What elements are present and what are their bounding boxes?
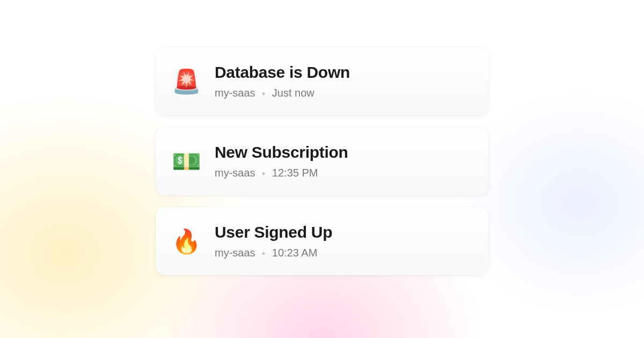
notification-card[interactable]: 🚨 Database is Down my-saas ● Just now (156, 47, 488, 115)
notification-content: User Signed Up my-saas ● 10:23 AM (215, 223, 470, 259)
notification-meta: my-saas ● Just now (215, 87, 470, 99)
project-name: my-saas (215, 87, 255, 99)
timestamp: 10:23 AM (272, 247, 318, 259)
money-icon: 💵 (172, 150, 200, 173)
project-name: my-saas (215, 167, 255, 179)
fire-icon: 🔥 (172, 230, 200, 253)
project-name: my-saas (215, 247, 255, 259)
separator-dot: ● (262, 90, 266, 97)
separator-dot: ● (262, 249, 266, 257)
notification-title: New Subscription (215, 143, 470, 161)
notification-card[interactable]: 🔥 User Signed Up my-saas ● 10:23 AM (156, 207, 488, 275)
timestamp: 12:35 PM (272, 167, 318, 179)
notification-title: Database is Down (215, 63, 470, 82)
notification-title: User Signed Up (215, 223, 470, 241)
timestamp: Just now (272, 87, 314, 99)
notification-content: Database is Down my-saas ● Just now (215, 63, 470, 99)
alert-icon: 🚨 (172, 70, 200, 93)
notification-content: New Subscription my-saas ● 12:35 PM (215, 143, 470, 179)
separator-dot: ● (262, 170, 266, 177)
notification-card[interactable]: 💵 New Subscription my-saas ● 12:35 PM (156, 127, 488, 195)
notification-meta: my-saas ● 10:23 AM (215, 247, 470, 259)
notification-meta: my-saas ● 12:35 PM (215, 167, 470, 179)
